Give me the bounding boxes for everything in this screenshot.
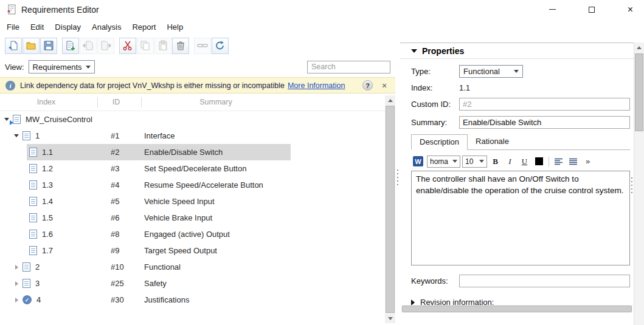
menu-edit[interactable]: Edit xyxy=(25,21,49,33)
splitter-grip-icon xyxy=(631,177,632,193)
window-title: Requirements Editor xyxy=(21,5,99,15)
link-icon xyxy=(197,40,208,51)
menu-bar: File Edit Display Analysis Report Help xyxy=(0,19,644,35)
description-tabs: Description Rationale xyxy=(411,134,630,150)
tree-row-1-4[interactable]: 1.4 #5 Vehicle Speed Input xyxy=(0,193,385,210)
new-requirement-set-button[interactable] xyxy=(5,38,22,54)
demote-requirement-icon xyxy=(100,40,111,51)
properties-panel: Properties Type: Functional Index: 1.1 C… xyxy=(400,43,634,325)
tree-row-1[interactable]: 1 #1 Interface xyxy=(0,128,385,144)
align-justify-icon xyxy=(569,158,578,165)
title-bar[interactable]: Requirements Editor × xyxy=(0,0,644,19)
horizontal-scrollbar[interactable] xyxy=(401,305,632,313)
expand-arrow-icon[interactable] xyxy=(12,281,21,286)
warning-banner: i Link dependency data for project VnV_W… xyxy=(0,77,395,94)
column-header-summary[interactable]: Summary xyxy=(158,98,274,106)
help-icon[interactable]: ? xyxy=(362,80,373,91)
save-button[interactable] xyxy=(40,38,57,54)
keywords-input[interactable] xyxy=(459,275,630,287)
app-icon xyxy=(7,4,17,15)
italic-button[interactable]: I xyxy=(504,155,516,168)
requirements-tree: Index ID Summary MW_CruiseControl 1 #1 xyxy=(0,94,395,325)
scrollbar-thumb[interactable] xyxy=(402,306,632,312)
requirement-set-icon xyxy=(13,115,21,124)
expand-arrow-icon[interactable] xyxy=(12,298,21,303)
menu-help[interactable]: Help xyxy=(161,21,189,33)
scroll-up-icon[interactable] xyxy=(385,95,395,105)
delete-button[interactable] xyxy=(172,38,189,54)
tree-row-1-3[interactable]: 1.3 #4 Resume Speed/Accelerate Button xyxy=(0,177,385,193)
info-icon: i xyxy=(5,81,15,91)
tree-row-3[interactable]: 3 #25 Safety xyxy=(0,275,385,292)
word-icon: W xyxy=(413,156,423,166)
minimize-button[interactable] xyxy=(539,1,566,19)
tree-row-1-7[interactable]: 1.7 #9 Target Speed Output xyxy=(0,242,385,259)
toolbar-overflow-button[interactable]: » xyxy=(581,155,594,168)
collapse-arrow-icon[interactable] xyxy=(12,134,21,137)
align-left-button[interactable] xyxy=(552,155,565,168)
scrollbar-thumb[interactable] xyxy=(635,53,643,131)
align-justify-button[interactable] xyxy=(567,155,580,168)
view-label: View: xyxy=(5,63,24,72)
promote-requirement-icon xyxy=(83,40,94,51)
tree-row-4[interactable]: ✓ 4 #30 Justifications xyxy=(0,292,385,308)
add-requirement-button[interactable] xyxy=(62,38,79,54)
font-size-select[interactable]: 10 xyxy=(462,156,487,168)
menu-file[interactable]: File xyxy=(1,21,25,33)
tab-description[interactable]: Description xyxy=(411,134,468,150)
menu-display[interactable]: Display xyxy=(49,21,86,33)
requirement-icon xyxy=(29,180,37,190)
expand-arrow-icon[interactable] xyxy=(12,265,21,270)
cut-button[interactable] xyxy=(119,38,136,54)
bold-button[interactable]: B xyxy=(489,155,502,168)
tree-row-2[interactable]: 2 #10 Functional xyxy=(0,259,385,275)
more-information-link[interactable]: More Information xyxy=(288,81,345,90)
scrollbar-thumb[interactable] xyxy=(386,106,395,313)
tab-rationale[interactable]: Rationale xyxy=(468,134,517,149)
expand-arrow-icon xyxy=(411,299,415,306)
type-select[interactable]: Functional xyxy=(459,65,523,78)
paste-button xyxy=(154,38,171,54)
tree-row-1-1-selected[interactable]: 1.1 #2 Enable/Disable Switch xyxy=(0,144,385,160)
main-scrollbar[interactable] xyxy=(634,43,644,325)
underline-button[interactable]: U xyxy=(518,155,531,168)
column-header-id[interactable]: ID xyxy=(99,98,133,106)
panel-splitter[interactable] xyxy=(395,35,400,325)
tree-row-1-5[interactable]: 1.5 #6 Vehicle Brake Input xyxy=(0,210,385,226)
save-icon xyxy=(43,40,54,51)
scroll-up-icon[interactable] xyxy=(634,43,644,52)
requirement-icon xyxy=(29,197,37,206)
tree-row-1-6[interactable]: 1.6 #8 Engaged (active) Output xyxy=(0,226,385,242)
open-button[interactable] xyxy=(23,38,40,54)
close-button[interactable]: × xyxy=(617,1,644,19)
search-input[interactable] xyxy=(307,61,390,74)
tree-header: Index ID Summary xyxy=(0,94,385,111)
tree-row-mw-cruisecontrol[interactable]: MW_CruiseControl xyxy=(0,111,385,128)
open-folder-icon xyxy=(26,40,36,51)
description-textarea[interactable]: The controller shall have an On/Off Swit… xyxy=(411,171,630,265)
summary-input[interactable] xyxy=(459,116,630,129)
keywords-label: Keywords: xyxy=(411,276,459,286)
tree-row-1-2[interactable]: 1.2 #3 Set Speed/Decelerate Button xyxy=(0,160,385,177)
font-color-button[interactable] xyxy=(533,155,545,168)
banner-close-icon[interactable]: × xyxy=(379,81,390,91)
font-family-select[interactable]: homa xyxy=(427,156,460,168)
refresh-button[interactable] xyxy=(212,38,229,54)
column-header-index[interactable]: Index xyxy=(24,98,68,106)
toolbar xyxy=(0,35,395,56)
word-paste-button[interactable]: W xyxy=(411,155,425,168)
copy-button xyxy=(137,38,154,54)
scroll-down-icon[interactable] xyxy=(385,313,395,323)
properties-header[interactable]: Properties xyxy=(400,43,634,59)
custom-id-input[interactable] xyxy=(459,98,630,111)
view-select[interactable]: Requirements xyxy=(29,60,95,74)
menu-report[interactable]: Report xyxy=(126,21,161,33)
tree-scrollbar[interactable] xyxy=(385,95,395,323)
chevron-down-icon xyxy=(479,160,484,163)
menu-analysis[interactable]: Analysis xyxy=(86,21,126,33)
maximize-button[interactable] xyxy=(578,1,605,19)
main-area: View: Requirements i Link dependency dat… xyxy=(0,35,644,325)
font-family-value: homa xyxy=(430,157,448,166)
custom-id-label: Custom ID: xyxy=(411,100,459,109)
requirement-icon xyxy=(29,213,37,222)
